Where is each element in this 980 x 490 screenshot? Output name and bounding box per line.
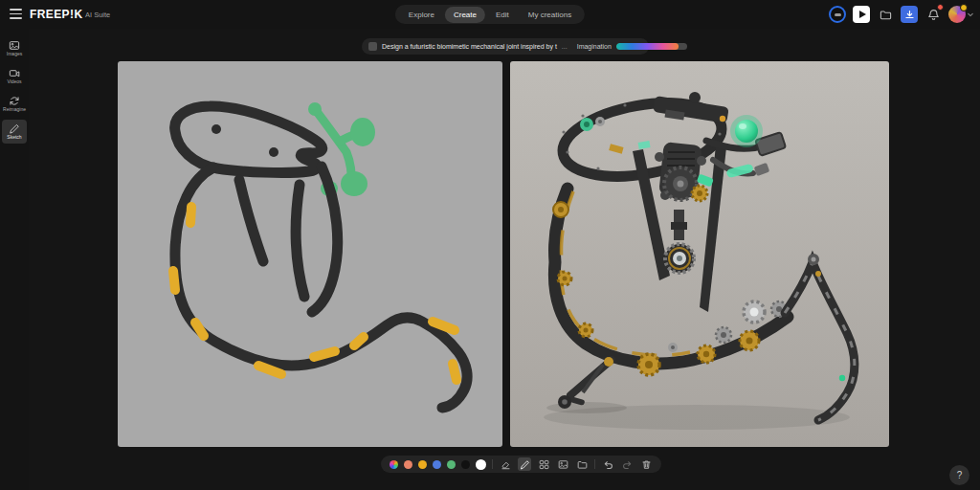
collage-tool[interactable] [537, 457, 550, 471]
credits-ring-icon[interactable] [829, 6, 846, 23]
bell-icon [927, 9, 940, 21]
download-button[interactable] [901, 6, 918, 23]
account-menu[interactable] [948, 6, 973, 23]
images-icon [9, 40, 20, 51]
color-swatch-yellow[interactable] [418, 460, 427, 469]
suite-label: AI Suite [85, 11, 110, 19]
imagination-label: Imagination [577, 43, 612, 50]
freepik-logo: FREEP!K [30, 8, 82, 21]
menu-icon[interactable] [10, 9, 22, 19]
sidebar-item-videos[interactable]: Videos [2, 64, 27, 88]
eraser-tool[interactable] [499, 457, 512, 471]
clear-canvas-button[interactable] [639, 457, 653, 471]
projects-button[interactable] [877, 6, 894, 23]
prompt-bar: Design a futuristic biomimetic mechanica… [362, 38, 649, 55]
image-tool[interactable] [556, 457, 569, 471]
undo-button[interactable] [601, 457, 614, 471]
toolbar-divider [594, 459, 595, 469]
image-icon [558, 459, 568, 470]
reimagine-icon [9, 96, 20, 106]
help-button[interactable]: ? [949, 465, 969, 485]
avatar [948, 6, 966, 23]
freepik-ai-suite-app: FREEP!K AI Suite Explore Create Edit My … [0, 0, 980, 490]
color-swatch-salmon[interactable] [404, 460, 412, 469]
sidebar-item-reimagine[interactable]: Reimagine [2, 92, 27, 116]
imagination-slider[interactable] [616, 43, 687, 50]
redo-button[interactable] [620, 457, 634, 471]
download-icon [904, 10, 915, 20]
sketch-icon [9, 123, 20, 134]
color-swatch-blue[interactable] [433, 460, 441, 469]
toolbar-divider [492, 459, 493, 469]
videos-icon [9, 68, 20, 78]
topbar: FREEP!K AI Suite Explore Create Edit My … [0, 0, 980, 29]
avatar-badge [960, 4, 968, 11]
undo-icon [603, 459, 613, 470]
trash-icon [641, 459, 652, 470]
notifications-button[interactable] [924, 6, 942, 23]
sidebar-item-label: Sketch [7, 135, 21, 140]
play-icon [859, 11, 866, 18]
folder-icon [577, 459, 588, 470]
folder-tool[interactable] [575, 457, 589, 471]
sidebar-item-images[interactable]: Images [2, 36, 27, 60]
eraser-icon [501, 459, 511, 470]
redo-icon [622, 459, 633, 470]
drawing-toolbar [381, 456, 661, 473]
sidebar-item-label: Images [7, 52, 22, 56]
sidebar-item-label: Videos [7, 79, 21, 84]
imagination-slider-fill [616, 43, 679, 50]
color-swatch-green[interactable] [447, 460, 456, 469]
play-button[interactable] [853, 6, 870, 23]
topbar-actions [829, 0, 973, 29]
brush-tool[interactable] [518, 457, 531, 471]
folder-icon [880, 9, 892, 21]
prompt-truncation: ... [562, 43, 568, 50]
sidebar: Images Videos Reimagine Sketch [0, 29, 29, 490]
tab-create[interactable]: Create [445, 7, 485, 23]
tab-my-creations[interactable]: My creations [520, 7, 580, 23]
color-swatch-white[interactable] [476, 459, 486, 470]
prompt-checkbox[interactable] [368, 42, 377, 51]
chevron-down-icon [968, 12, 973, 17]
color-swatch-black[interactable] [461, 460, 470, 469]
sketch-canvas[interactable] [118, 61, 502, 447]
sidebar-item-label: Reimagine [3, 107, 26, 112]
notification-dot [937, 4, 944, 11]
tab-explore[interactable]: Explore [400, 7, 443, 23]
sidebar-item-sketch[interactable]: Sketch [2, 120, 27, 144]
collage-icon [539, 459, 549, 470]
generated-image-canvas[interactable] [510, 61, 889, 447]
main-nav: Explore Create Edit My creations [395, 5, 585, 24]
brush-icon [520, 459, 530, 470]
generated-image [510, 61, 889, 447]
color-swatch-rainbow[interactable] [390, 460, 398, 469]
sketch-drawing [118, 61, 502, 447]
tab-edit[interactable]: Edit [487, 7, 518, 23]
prompt-text[interactable]: Design a futuristic biomimetic mechanica… [382, 43, 557, 50]
